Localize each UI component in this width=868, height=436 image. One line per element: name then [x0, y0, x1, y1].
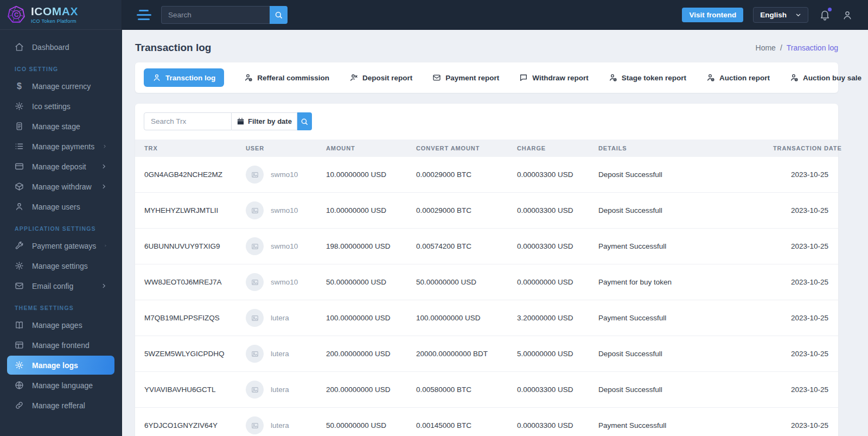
tab-transction-log[interactable]: Transction log — [144, 68, 224, 87]
image-placeholder-icon — [251, 386, 259, 394]
person-badge-icon — [790, 73, 799, 82]
sidebar-item-manage-logs[interactable]: Manage logs — [7, 356, 114, 375]
sidebar-item-manage-payments[interactable]: Manage payments — [0, 136, 122, 156]
sidebar-item-label: Ico settings — [32, 102, 71, 111]
sidebar-item-label: Manage language — [32, 381, 93, 390]
cell-charge: 5.00000000 USD — [513, 336, 594, 372]
table-row: MYHEHYZLWRJMTLIIswmo1010.00000000 USD0.0… — [135, 193, 838, 229]
sidebar-item-manage-deposit[interactable]: Manage deposit — [0, 156, 122, 176]
gear-icon — [15, 361, 24, 370]
gear-icon — [15, 102, 24, 111]
topbar-search-button[interactable] — [270, 6, 288, 24]
column-header-convert-amount: CONVERT AMOUNT — [412, 140, 513, 157]
tab-auction-buy-sale[interactable]: Auction buy sale — [790, 73, 861, 82]
sidebar-item-label: Email config — [32, 282, 73, 290]
cell-trx: WW8JEOT0J6MREJ7A — [135, 264, 241, 300]
cell-user: lutera — [241, 408, 322, 436]
cell-transaction-date: 2023-10-25 — [769, 408, 838, 436]
user-cell: swmo10 — [246, 237, 317, 255]
topbar-search-input[interactable] — [161, 6, 270, 24]
cell-user: swmo10 — [241, 157, 322, 193]
tab-refferal-commission[interactable]: Refferal commission — [244, 73, 329, 82]
brand-logo[interactable]: C ICOMAX ICO Token Platform — [0, 0, 122, 30]
sidebar-item-manage-stage[interactable]: Manage stage — [0, 116, 122, 136]
search-icon — [301, 118, 308, 125]
chevron-right-icon — [101, 184, 107, 189]
sidebar-item-manage-settings[interactable]: Manage settings — [0, 256, 122, 276]
column-header-details: DETAILS — [594, 140, 769, 157]
user-name: lutera — [271, 386, 289, 394]
image-placeholder-icon — [251, 207, 259, 214]
cell-details: Payment Successfull — [594, 300, 769, 336]
hamburger-menu-icon[interactable] — [136, 10, 151, 20]
sidebar-item-payment-gateways[interactable]: Payment gateways — [0, 236, 122, 256]
cell-user: lutera — [241, 336, 322, 372]
avatar — [246, 273, 264, 291]
sidebar-item-manage-refferal[interactable]: Manage refferal — [0, 395, 122, 415]
avatar — [246, 166, 264, 184]
table-row: 5WZEM5WLYGICPDHQlutera200.00000000 USD20… — [135, 336, 838, 372]
person-x-icon — [349, 73, 358, 82]
box-icon — [15, 182, 24, 191]
dollar-icon: $ — [15, 81, 24, 91]
user-name: lutera — [271, 350, 289, 358]
image-placeholder-icon — [251, 314, 259, 322]
user-cell: swmo10 — [246, 273, 317, 291]
sidebar-item-manage-currency[interactable]: $Manage currency — [0, 76, 122, 96]
notifications-button[interactable] — [818, 9, 831, 22]
cell-amount: 10.00000000 USD — [322, 157, 412, 193]
main-column: Visit frontend English Transaction log H… — [122, 0, 868, 436]
sidebar-item-manage-users[interactable]: Manage users — [0, 197, 122, 217]
visit-frontend-button[interactable]: Visit frontend — [682, 8, 743, 22]
user-cell: lutera — [246, 345, 317, 363]
cell-user: swmo10 — [241, 229, 322, 264]
cell-charge: 3.20000000 USD — [513, 300, 594, 336]
svg-text:C: C — [14, 11, 18, 18]
chevron-right-icon — [104, 243, 107, 249]
tab-stage-token-report[interactable]: Stage token report — [609, 73, 686, 82]
tab-withdraw-report[interactable]: Withdraw report — [519, 73, 588, 82]
breadcrumb-home-link[interactable]: Home — [756, 43, 776, 52]
date-filter-button[interactable]: Filter by date — [232, 112, 297, 130]
sidebar-item-ico-settings[interactable]: Ico settings — [0, 96, 122, 116]
sidebar-item-label: Manage logs — [32, 361, 78, 370]
sidebar-item-manage-pages[interactable]: Manage pages — [0, 315, 122, 335]
cell-amount: 100.00000000 USD — [322, 300, 412, 336]
table-row: M7QB19MLPPSFIZQSlutera100.00000000 USD10… — [135, 300, 838, 336]
column-header-user: USER — [241, 140, 322, 157]
person-badge-icon — [244, 73, 253, 82]
language-dropdown[interactable]: English — [753, 7, 808, 23]
avatar — [246, 381, 264, 399]
cell-details: Deposit Successfull — [594, 372, 769, 408]
topbar-search — [161, 6, 288, 24]
tab-payment-report[interactable]: Payment report — [432, 73, 499, 82]
user-cell: lutera — [246, 381, 317, 399]
chevron-right-icon — [101, 163, 107, 169]
cell-transaction-date: 2023-10-25 — [769, 264, 838, 300]
cell-trx: M7QB19MLPPSFIZQS — [135, 300, 241, 336]
notification-dot — [828, 8, 832, 11]
card-icon — [15, 162, 24, 171]
avatar — [246, 201, 264, 219]
breadcrumb-current: Transaction log — [787, 43, 838, 52]
cell-transaction-date: 2023-10-25 — [769, 372, 838, 408]
tab-auction-report[interactable]: Auction report — [706, 73, 770, 82]
sidebar-item-manage-language[interactable]: Manage language — [0, 375, 122, 395]
tab-label: Withdraw report — [532, 74, 588, 82]
tab-deposit-report[interactable]: Deposit report — [349, 73, 412, 82]
gem-heptagon-icon: C — [7, 5, 26, 24]
sidebar-item-label: Manage deposit — [32, 162, 86, 171]
cell-charge: 0.00003300 USD — [513, 372, 594, 408]
profile-button[interactable] — [841, 9, 854, 22]
cell-user: swmo10 — [241, 193, 322, 229]
sidebar-item-dashboard[interactable]: Dashboard — [0, 37, 122, 57]
sidebar-item-manage-withdraw[interactable]: Manage withdraw — [0, 176, 122, 197]
trx-search-button[interactable] — [297, 112, 312, 130]
cell-convert-amount: 0.00029000 BTC — [412, 157, 513, 193]
user-cell: swmo10 — [246, 201, 317, 219]
sidebar-item-label: Manage stage — [32, 122, 80, 131]
sidebar-item-email-config[interactable]: Email config — [0, 276, 122, 296]
sidebar-item-manage-frontend[interactable]: Manage frontend — [0, 335, 122, 355]
column-header-trx: TRX — [135, 140, 241, 157]
trx-search-input[interactable] — [144, 112, 232, 130]
